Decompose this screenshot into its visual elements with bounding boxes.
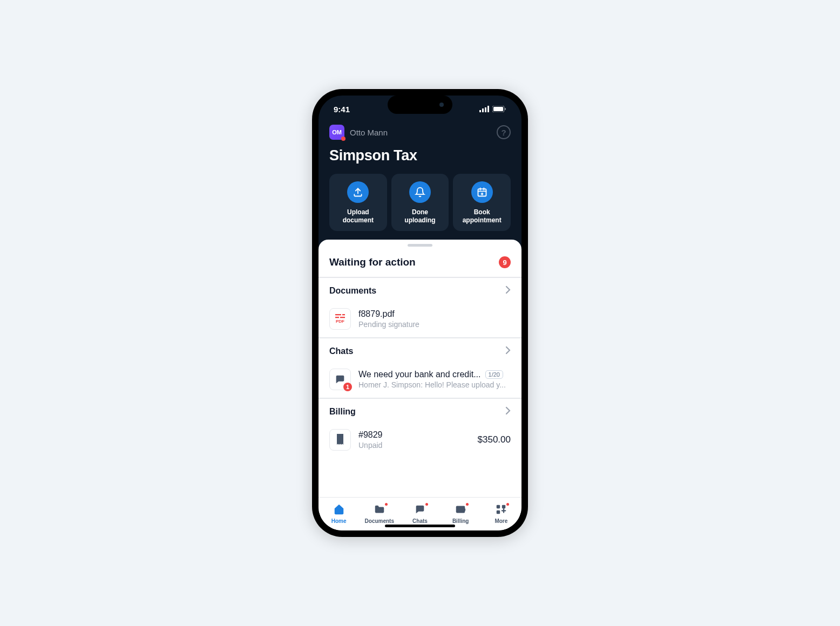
- documents-section-header[interactable]: Documents: [319, 277, 521, 303]
- waiting-for-action-header: Waiting for action 9: [319, 249, 521, 277]
- chat-date: 1/20: [485, 370, 503, 379]
- phone-screen: 9:41 OM Otto Mann ? Simpson Tax: [319, 96, 521, 530]
- chats-section-header[interactable]: Chats: [319, 338, 521, 363]
- chevron-right-icon: [505, 285, 511, 296]
- sheet-content[interactable]: Waiting for action 9 Documents PDF: [319, 249, 521, 497]
- svg-rect-15: [497, 510, 500, 513]
- pdf-icon: PDF: [329, 308, 351, 330]
- action-tiles: Uploaddocument Doneuploading Bookappoint…: [319, 174, 521, 240]
- tab-home[interactable]: Home: [322, 503, 356, 524]
- tab-label: Chats: [412, 518, 428, 524]
- home-indicator[interactable]: [385, 525, 455, 527]
- svg-rect-6: [505, 108, 506, 110]
- phone-frame: 9:41 OM Otto Mann ? Simpson Tax: [312, 89, 528, 537]
- tile-label: Doneuploading: [404, 208, 435, 224]
- tab-label: More: [494, 518, 507, 524]
- svg-rect-3: [487, 106, 489, 112]
- chat-preview: Homer J. Simpson: Hello! Please upload y…: [358, 380, 511, 389]
- tab-billing[interactable]: Billing: [444, 503, 477, 524]
- svg-rect-12: [462, 508, 465, 511]
- svg-rect-8: [335, 314, 341, 315]
- notification-dot: [385, 503, 388, 506]
- upload-icon: [347, 181, 369, 203]
- svg-rect-13: [497, 505, 500, 508]
- svg-rect-1: [482, 108, 484, 112]
- user-row[interactable]: OM Otto Mann ?: [329, 125, 511, 140]
- invoice-icon: [329, 429, 351, 451]
- status-right: [479, 105, 506, 114]
- invoice-item[interactable]: #9829 Unpaid $350.00: [319, 424, 521, 458]
- svg-rect-2: [485, 107, 486, 112]
- action-count-badge: 9: [499, 256, 511, 268]
- user-name: Otto Mann: [350, 128, 388, 137]
- bell-icon: [409, 181, 431, 203]
- invoice-number: #9829: [358, 430, 470, 440]
- svg-rect-11: [340, 317, 345, 318]
- invoice-body: #9829 Unpaid: [358, 430, 470, 450]
- avatar[interactable]: OM: [329, 125, 344, 140]
- document-body: f8879.pdf Pending signature: [358, 309, 511, 329]
- chat-icon: [414, 503, 426, 516]
- tab-more[interactable]: More: [484, 503, 518, 524]
- chat-title: We need your bank and credit...: [358, 370, 481, 379]
- document-title: f8879.pdf: [358, 309, 511, 319]
- chevron-right-icon: [505, 406, 511, 417]
- calendar-icon: [471, 181, 493, 203]
- invoice-amount: $350.00: [478, 434, 511, 445]
- done-uploading-button[interactable]: Doneuploading: [391, 174, 449, 231]
- notification-dot: [425, 503, 428, 506]
- tab-label: Billing: [452, 518, 469, 524]
- tab-label: Home: [331, 518, 347, 524]
- chats-label: Chats: [329, 346, 353, 356]
- home-icon: [333, 503, 345, 516]
- billing-section-header[interactable]: Billing: [319, 398, 521, 424]
- svg-rect-9: [342, 314, 345, 315]
- sheet-grabber[interactable]: [408, 244, 432, 247]
- page-title: Simpson Tax: [329, 147, 511, 164]
- document-status: Pending signature: [358, 320, 511, 329]
- folder-icon: [374, 503, 385, 516]
- wallet-icon: [455, 503, 466, 516]
- documents-label: Documents: [329, 286, 376, 296]
- upload-document-button[interactable]: Uploaddocument: [329, 174, 387, 231]
- billing-label: Billing: [329, 407, 356, 417]
- tab-label: Documents: [365, 518, 394, 524]
- grid-icon: [495, 503, 507, 516]
- chevron-right-icon: [505, 346, 511, 357]
- svg-rect-5: [493, 107, 503, 111]
- tab-chats[interactable]: Chats: [403, 503, 437, 524]
- help-icon[interactable]: ?: [497, 125, 511, 139]
- section-title: Waiting for action: [329, 256, 416, 268]
- book-appointment-button[interactable]: Bookappointment: [453, 174, 511, 231]
- app-header: OM Otto Mann ? Simpson Tax: [319, 123, 521, 174]
- svg-rect-10: [335, 317, 339, 318]
- battery-icon: [492, 105, 506, 114]
- signal-icon: [479, 105, 489, 114]
- document-item[interactable]: PDF f8879.pdf Pending signature: [319, 303, 521, 338]
- phone-notch: [388, 96, 452, 114]
- svg-rect-14: [502, 505, 505, 508]
- tile-label: Uploaddocument: [343, 208, 374, 224]
- chat-bubble-icon: 1: [329, 369, 351, 390]
- notification-dot: [506, 503, 509, 506]
- avatar-notification-dot: [341, 137, 346, 141]
- status-time: 9:41: [334, 105, 350, 114]
- invoice-status: Unpaid: [358, 441, 470, 450]
- notification-dot: [466, 503, 469, 506]
- avatar-initials: OM: [332, 129, 342, 135]
- tab-documents[interactable]: Documents: [363, 503, 396, 524]
- tile-label: Bookappointment: [463, 208, 502, 224]
- chat-body: We need your bank and credit... 1/20 Hom…: [358, 370, 511, 389]
- content-sheet: Waiting for action 9 Documents PDF: [319, 240, 521, 530]
- chat-unread-badge: 1: [343, 383, 352, 391]
- svg-rect-0: [479, 110, 481, 112]
- chat-item[interactable]: 1 We need your bank and credit... 1/20 H…: [319, 363, 521, 398]
